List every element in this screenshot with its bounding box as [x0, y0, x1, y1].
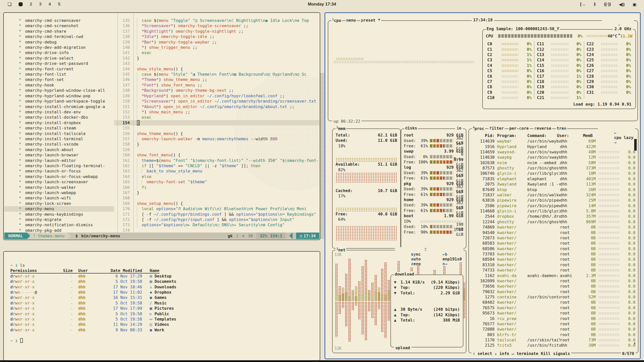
proc-row[interactable]: 72088kworker/root0B0.0: [469, 327, 638, 332]
tab-menu[interactable]: menu: [345, 18, 357, 23]
file-item[interactable]: *omarchy-migrate: [4, 217, 114, 222]
file-item[interactable]: *omarchy-font-set: [4, 77, 114, 82]
workspace-5[interactable]: 5: [58, 2, 60, 7]
proc-tab[interactable]: reverse: [534, 126, 552, 131]
file-item[interactable]: *omarchy-launch-walker: [4, 185, 114, 190]
file-item[interactable]: *omarchy-drive-select: [4, 56, 114, 61]
proc-row[interactable]: 106746glycin-i/usr/lib/glycin-loadersdhh…: [469, 171, 638, 176]
proc-row[interactable]: 71835elephantelephantdhh401M0.0: [469, 176, 638, 182]
proc-row[interactable]: 68584kworker/root0B0.0: [469, 257, 638, 262]
proc-row[interactable]: 1275containe/usr/bin/containerdroot52M0.…: [469, 294, 638, 300]
workspace-3[interactable]: 3: [39, 2, 42, 7]
proc-row[interactable]: 102638nvimnvim --embed .dhh58M0.0: [469, 160, 638, 165]
proc-row[interactable]: 95673kworker/root0B0.0: [469, 310, 638, 316]
proc-row[interactable]: 68583kworker/root0B0.0: [469, 241, 638, 246]
proc-row[interactable]: 803btrfs-trroot0B0.0: [469, 332, 638, 337]
shell-prompt-cursor[interactable]: ~ ❯: [10, 338, 315, 343]
kill-action[interactable]: Kill: [540, 351, 552, 356]
directory-name[interactable]: ⇓ Downloads: [142, 284, 176, 290]
file-item[interactable]: *omarchy-install-chromium-google-a: [4, 104, 114, 109]
file-item[interactable]: *omarchy-install-terminal: [4, 136, 114, 142]
bluetooth-icon[interactable]: ᛒ: [594, 2, 596, 7]
directory-name[interactable]: ▷ Public: [142, 311, 169, 316]
proc-tab[interactable]: per-core: [509, 126, 530, 131]
file-item[interactable]: *omarchy-launch-webapp: [4, 190, 114, 195]
file-item[interactable]: *omarchy-launch-or-focus: [4, 168, 114, 174]
tab-cpu[interactable]: 1cpu: [331, 18, 342, 23]
directory-name[interactable]: ▭ Templates: [142, 316, 176, 322]
proc-row[interactable]: 2544dropbox/home/dhh/.dropbox-distdhh357…: [469, 214, 638, 219]
workspace-2[interactable]: 2: [30, 2, 32, 7]
tab-disks[interactable]: disks: [404, 126, 418, 130]
file-item[interactable]: *omarchy-launch-wifi: [4, 195, 114, 201]
directory-name[interactable]: ◫ Videos: [142, 322, 169, 327]
proc-row[interactable]: 2506pipewire/usr/bin/pipewire-pulsedhh14…: [469, 203, 638, 208]
file-item[interactable]: *omarchy-install-tailscale: [4, 131, 114, 136]
proc-row[interactable]: 2125fcitx5/usr/bin/fcitx5dhh30M0.0: [469, 343, 638, 348]
proc-row[interactable]: 71837walker/usr/bin/walker --gappldhh324…: [469, 192, 638, 198]
file-item[interactable]: *omarchy-font-current: [4, 66, 114, 72]
file-item[interactable]: *omarchy-launch-floating-terminal-: [4, 163, 114, 168]
directory-name[interactable]: ◼ Games: [142, 295, 167, 300]
editor-window[interactable]: *omarchy-cmd-screensaver*omarchy-cmd-scr…: [3, 12, 320, 240]
proc-tab[interactable]: filter: [489, 126, 505, 131]
proc-row[interactable]: 79032kworker/root0B0.0: [469, 289, 638, 294]
proc-row[interactable]: 114630swaybg/usr/bin/swaybg -i /homdhh12…: [469, 155, 638, 160]
file-item[interactable]: *omarchy-install-vscode: [4, 142, 114, 147]
proc-row[interactable]: 87573ghostty/usr/bin/ghostty --gtk-dhh37…: [469, 165, 638, 171]
proc-row[interactable]: 73703kworker/root0B0.0: [469, 251, 638, 257]
file-item[interactable]: *omarchy-lock-screen: [4, 201, 114, 206]
file-item[interactable]: *omarchy-cmd-terminal-cwd: [4, 34, 114, 39]
proc-row[interactable]: 114659swayosd-/usr/bin/swayosd-serverdhh…: [469, 149, 638, 155]
file-item[interactable]: *omarchy-cmd-screensaver: [4, 18, 114, 23]
file-item[interactable]: *omarchy-cmd-share: [4, 29, 114, 34]
file-item[interactable]: *omarchy-font-list: [4, 72, 114, 77]
terminate-action[interactable]: terminate: [515, 351, 540, 356]
file-item[interactable]: *omarchy-install-docker-dbs: [4, 115, 114, 120]
file-item[interactable]: *omarchy-launch-browser: [4, 152, 114, 158]
proc-row[interactable]: 76575kworker/root0B0.0: [469, 305, 638, 310]
file-item[interactable]: *omarchy-notification-dismiss: [4, 222, 114, 228]
file-item[interactable]: *omarchy-install-dev-env: [4, 109, 114, 115]
file-item[interactable]: *omarchy-drive-set-password: [4, 61, 114, 66]
tab-preset[interactable]: preset *: [360, 18, 381, 23]
signals-action[interactable]: signals: [552, 351, 571, 356]
file-item[interactable]: *omarchy-hyprland-window-close-all: [4, 88, 114, 93]
tab-proc[interactable]: 4proc: [472, 126, 485, 131]
file-item[interactable]: *omarchy-drive-info: [4, 50, 114, 55]
logout-icon[interactable]: [→: [580, 2, 585, 7]
volume-icon[interactable]: ◀)): [619, 2, 625, 7]
directory-name[interactable]: ◼ Work: [142, 327, 164, 333]
proc-row[interactable]: 68402kworker/root0B0.0: [469, 300, 638, 305]
file-item[interactable]: *omarchy-hyprland-workspace-toggle: [4, 99, 114, 104]
file-item[interactable]: *omarchy-hyprland-window-pop: [4, 93, 114, 99]
file-item[interactable]: *omarchy-menu: [4, 206, 114, 211]
file-item[interactable]: *omarchy-dev-add-migration: [4, 45, 114, 50]
tab-io[interactable]: io: [455, 126, 463, 130]
file-item[interactable]: *omarchy-install-dropbox: [4, 120, 114, 125]
window-stack-icon[interactable]: ❏: [8, 2, 12, 7]
scroll-down-icon[interactable]: ↓: [633, 340, 636, 345]
proc-row[interactable]: 73656kworker/root0B0.0: [469, 284, 638, 289]
proc-row[interactable]: 87649btopbtopdhh26M0.0: [469, 187, 638, 192]
file-item[interactable]: *omarchy-launch-or-focus-webapp: [4, 174, 114, 179]
git-branch[interactable]: ᛘ themes-menu: [30, 233, 68, 239]
proc-nav-right[interactable]: →: [614, 140, 617, 145]
cpu-icon[interactable]: ▣: [633, 2, 636, 7]
tab-net[interactable]: 3net: [336, 247, 346, 252]
proc-nav-left[interactable]: ←: [614, 130, 617, 135]
directory-name[interactable]: ◆ Dropbox: [142, 290, 172, 295]
directory-name[interactable]: ⊡ Desktop: [142, 274, 172, 279]
proc-row[interactable]: 63816pipewire/usr/bin/pipewiredhh25M0.0: [469, 198, 638, 203]
workspace-1-active[interactable]: [19, 2, 23, 6]
network-icon[interactable]: ((·)): [604, 2, 611, 7]
proc-row[interactable]: 102099kworker/root0B0.0: [469, 278, 638, 284]
file-item[interactable]: *omarchy-launch-about: [4, 147, 114, 152]
tab-mem[interactable]: 2mem: [336, 126, 346, 131]
proc-row[interactable]: 114668glycin-i/usr/lib/glycin-loadersdhh…: [469, 208, 638, 214]
select-action[interactable]: ↑ select ↓: [471, 351, 498, 356]
directory-name[interactable]: ▦ Pictures: [142, 306, 174, 311]
proc-row[interactable]: 68586kworker/root0B0.0: [469, 246, 638, 251]
proc-row[interactable]: 1162avahi-daavahi-daemon: running [avahi…: [469, 273, 638, 278]
file-item[interactable]: *omarchy-launch-screensaver: [4, 179, 114, 185]
